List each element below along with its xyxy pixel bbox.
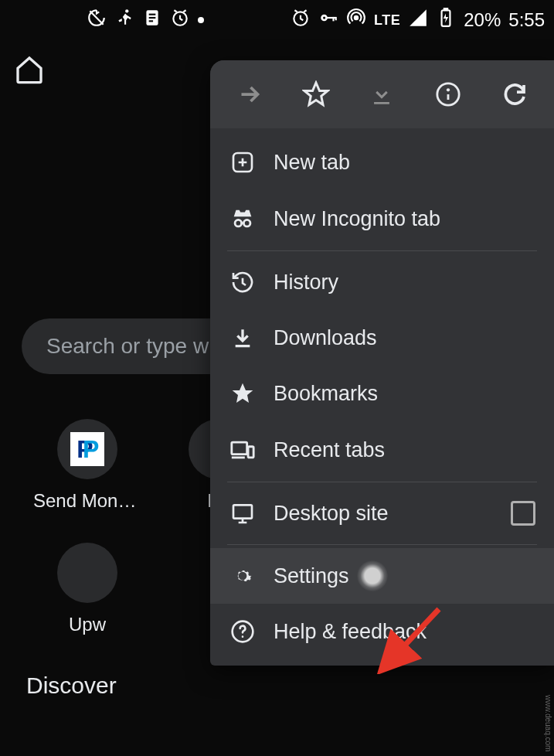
home-icon[interactable] [14,54,45,88]
help-icon [229,619,257,644]
svg-rect-10 [332,17,334,21]
svg-rect-3 [149,17,156,19]
svg-point-21 [243,220,250,226]
svg-point-20 [235,220,242,226]
watermark: www.deuaq.com [544,695,552,751]
desktop-icon [229,501,257,526]
menu-label: History [274,271,338,295]
devices-icon [229,437,257,463]
alarm-icon [291,8,311,32]
touch-ripple-icon [357,560,388,591]
menu-settings[interactable]: Settings [210,548,554,604]
refresh-button[interactable] [491,71,538,117]
svg-rect-22 [232,442,247,455]
menu-label: New tab [274,151,350,175]
download-icon [229,325,257,350]
vpn-key-icon [318,8,338,32]
svg-rect-23 [248,447,253,458]
menu-divider [227,544,537,545]
menu-desktop-site[interactable]: Desktop site [210,485,554,541]
menu-label: Downloads [274,326,377,350]
menu-bookmarks[interactable]: Bookmarks [210,366,554,421]
status-bar: LTE 20% 5:55 [0,0,554,40]
menu-incognito[interactable]: New Incognito tab [210,190,554,247]
generic-icon [57,543,117,603]
desktop-site-checkbox[interactable] [511,501,535,526]
menu-recent-tabs[interactable]: Recent tabs [210,421,554,478]
gear-icon [229,564,257,588]
menu-divider [227,250,537,251]
download-button[interactable] [359,71,405,117]
hotspot-icon [346,8,366,32]
svg-rect-4 [149,20,153,22]
discover-heading: Discover [22,673,532,699]
status-right: LTE 20% 5:55 [291,8,545,32]
shortcut-label: Upw [69,614,106,635]
document-icon [142,8,162,32]
menu-label: Help & feedback [274,620,427,644]
svg-point-12 [355,16,358,19]
menu-divider [227,482,537,482]
forward-button[interactable] [226,71,273,117]
svg-point-0 [125,9,128,12]
svg-rect-2 [149,14,156,15]
shortcut-label: Send Mone… [33,490,141,512]
shortcut-item[interactable]: Upw [37,543,138,635]
plus-box-icon [229,150,257,175]
menu-label: Bookmarks [274,382,378,406]
incognito-icon [229,206,257,232]
svg-rect-9 [327,17,336,19]
menu-label: Settings [274,564,349,588]
svg-rect-11 [335,17,337,20]
svg-point-8 [323,16,325,19]
svg-rect-14 [444,9,447,10]
clock-time: 5:55 [508,9,545,31]
menu-help[interactable]: Help & feedback [210,604,554,659]
history-icon [229,270,257,295]
search-placeholder: Search or type w [46,334,209,359]
menu-label: Desktop site [274,502,389,526]
overflow-menu: New tab New Incognito tab History Downlo… [210,60,554,666]
menu-label: Recent tabs [274,438,385,462]
alarm-icon [170,8,190,32]
lte-indicator: LTE [374,12,400,29]
running-icon [114,8,134,32]
menu-items: New tab New Incognito tab History Downlo… [210,128,554,666]
paypal-icon: PP [57,419,117,479]
menu-downloads[interactable]: Downloads [210,310,554,366]
signal-icon [408,8,428,32]
rotation-lock-icon [87,8,107,32]
info-button[interactable] [425,71,471,117]
notification-dot-icon [198,17,204,23]
bookmark-button[interactable] [293,71,339,117]
star-icon [229,381,257,406]
menu-toolbar [210,60,554,128]
shortcut-item[interactable]: PP Send Mone… [37,419,138,512]
status-left [9,8,204,32]
menu-history[interactable]: History [210,254,554,310]
battery-charging-icon [436,8,456,32]
menu-new-tab[interactable]: New tab [210,135,554,190]
menu-label: New Incognito tab [274,207,440,231]
svg-rect-24 [233,505,252,518]
battery-percent: 20% [464,9,501,31]
